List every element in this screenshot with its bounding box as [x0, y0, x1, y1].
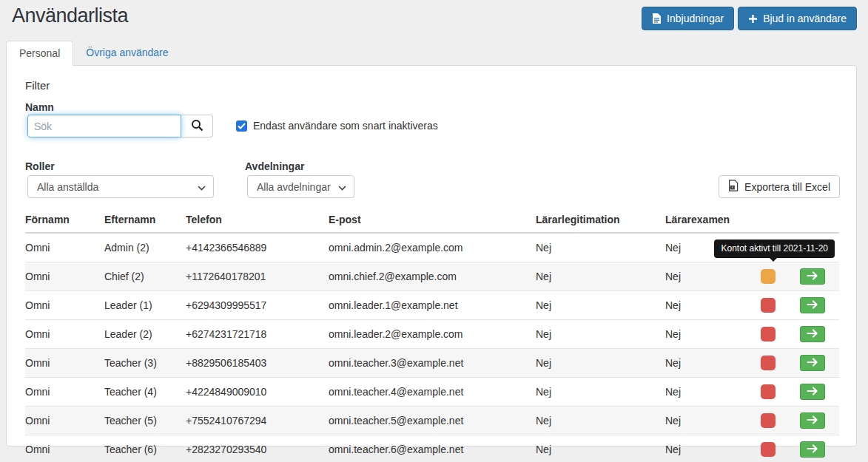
roles-select[interactable]: Alla anställda — [27, 175, 214, 198]
status-badge[interactable] — [761, 413, 776, 428]
status-cell — [750, 435, 791, 462]
open-user-button[interactable] — [800, 326, 825, 342]
teacher-exam-cell: Nej — [665, 435, 750, 462]
action-cell — [791, 262, 839, 291]
last-name-cell: Teacher (5) — [104, 407, 186, 435]
arrow-right-icon — [807, 329, 818, 340]
chevron-down-icon — [198, 181, 206, 193]
first-name-cell: Omni — [25, 291, 104, 320]
chevron-down-icon — [338, 181, 346, 193]
teacher-license-cell: Nej — [536, 320, 665, 349]
table-row: OmniTeacher (5)+7552410767294omni.teache… — [25, 407, 839, 435]
teacher-exam-cell: Nej — [665, 378, 750, 407]
export-excel-button[interactable]: x Exportera till Excel — [719, 175, 840, 198]
action-cell — [791, 349, 839, 378]
plus-icon — [748, 14, 758, 24]
first-name-cell: Omni — [25, 349, 104, 378]
teacher-license-cell: Nej — [536, 435, 665, 462]
teacher-exam-cell: Nej — [665, 262, 750, 291]
departments-label: Avdelningar — [245, 160, 304, 172]
last-name-cell: Teacher (3) — [104, 349, 186, 378]
open-user-button[interactable] — [800, 297, 825, 313]
export-excel-label: Exportera till Excel — [744, 181, 830, 193]
status-column-header — [750, 208, 791, 233]
page-title: Användarlista — [12, 4, 128, 27]
table-row: OmniLeader (2)+6274231721718omni.leader.… — [25, 320, 839, 349]
column-header: Förnamn — [25, 208, 104, 233]
roles-selected-value: Alla anställda — [37, 181, 98, 193]
status-badge[interactable] — [761, 442, 776, 457]
phone-cell: +4142366546889 — [186, 233, 329, 262]
action-cell — [791, 435, 839, 462]
phone-cell: +6294309995517 — [186, 291, 329, 320]
first-name-cell: Omni — [25, 407, 104, 435]
teacher-license-cell: Nej — [536, 407, 665, 435]
name-label: Namn — [25, 101, 54, 113]
action-cell — [791, 291, 839, 320]
inactivating-filter[interactable]: Endast användare som snart inaktiveras — [236, 120, 438, 132]
first-name-cell: Omni — [25, 435, 104, 462]
svg-text:x: x — [732, 185, 734, 189]
email-cell: omni.chief.2@example.com — [329, 262, 536, 291]
arrow-right-icon — [807, 300, 818, 311]
open-user-button[interactable] — [800, 384, 825, 400]
arrow-right-icon — [807, 271, 818, 282]
account-active-tooltip: Kontot aktivt till 2021-11-20 — [714, 240, 835, 258]
table-body: OmniAdmin (2)+4142366546889omni.admin.2@… — [25, 233, 839, 462]
last-name-cell: Leader (1) — [104, 291, 186, 320]
action-column-header — [791, 208, 839, 233]
header-actions: Inbjudningar Bjud in användare — [642, 7, 857, 30]
first-name-cell: Omni — [25, 262, 104, 291]
phone-cell: +2823270293540 — [186, 435, 329, 462]
invitations-label: Inbjudningar — [667, 13, 724, 24]
checkbox-checked-icon[interactable] — [236, 120, 247, 132]
action-cell — [791, 378, 839, 407]
email-cell: omni.leader.1@example.net — [329, 291, 536, 320]
invite-user-button[interactable]: Bjud in användare — [738, 7, 857, 30]
table-row: OmniTeacher (6)+2823270293540omni.teache… — [25, 435, 839, 462]
status-badge[interactable] — [761, 269, 776, 284]
departments-select[interactable]: Alla avdelningar — [247, 175, 354, 198]
open-user-button[interactable] — [800, 355, 825, 371]
teacher-license-cell: Nej — [536, 291, 665, 320]
status-badge[interactable] — [761, 327, 776, 342]
teacher-license-cell: Nej — [536, 262, 665, 291]
open-user-button[interactable] — [800, 441, 825, 458]
action-cell — [791, 320, 839, 349]
tab-personal[interactable]: Personal — [6, 41, 73, 66]
document-icon — [652, 13, 662, 24]
column-header: Efternamn — [104, 208, 186, 233]
email-cell: omni.admin.2@example.com — [329, 233, 536, 262]
phone-cell: +7552410767294 — [186, 407, 329, 435]
open-user-button[interactable] — [800, 268, 825, 285]
teacher-license-cell: Nej — [536, 378, 665, 407]
invitations-button[interactable]: Inbjudningar — [642, 7, 734, 30]
status-badge[interactable] — [761, 298, 776, 313]
table-row: OmniTeacher (3)+8829506185403omni.teache… — [25, 349, 839, 378]
last-name-cell: Teacher (6) — [104, 435, 186, 462]
open-user-button[interactable] — [800, 412, 825, 429]
column-header: E-post — [329, 208, 536, 233]
teacher-exam-cell: Nej — [665, 349, 750, 378]
first-name-cell: Omni — [25, 378, 104, 407]
tooltip-text: Kontot aktivt till 2021-11-20 — [721, 243, 828, 254]
user-list-page: Användarlista Inbjudningar Bjud in använ… — [0, 0, 868, 462]
tab-bar: Personal Övriga användare — [6, 41, 181, 66]
email-cell: omni.teacher.6@example.net — [329, 435, 536, 462]
last-name-cell: Chief (2) — [104, 262, 186, 291]
arrow-right-icon — [807, 415, 818, 427]
last-name-cell: Leader (2) — [104, 320, 186, 349]
status-badge[interactable] — [761, 384, 776, 399]
email-cell: omni.teacher.5@example.net — [329, 407, 536, 435]
status-badge[interactable] — [761, 356, 776, 370]
status-cell — [750, 320, 791, 349]
search-input[interactable] — [27, 115, 181, 137]
teacher-license-cell: Nej — [536, 349, 665, 378]
filter-title: Filter — [25, 79, 50, 92]
arrow-right-icon — [807, 358, 818, 369]
column-header: Lärarexamen — [665, 208, 750, 233]
table-row: OmniLeader (1)+6294309995517omni.leader.… — [25, 291, 839, 320]
last-name-cell: Admin (2) — [104, 233, 186, 262]
tab-other-users[interactable]: Övriga användare — [73, 41, 181, 66]
search-button[interactable] — [181, 115, 213, 137]
